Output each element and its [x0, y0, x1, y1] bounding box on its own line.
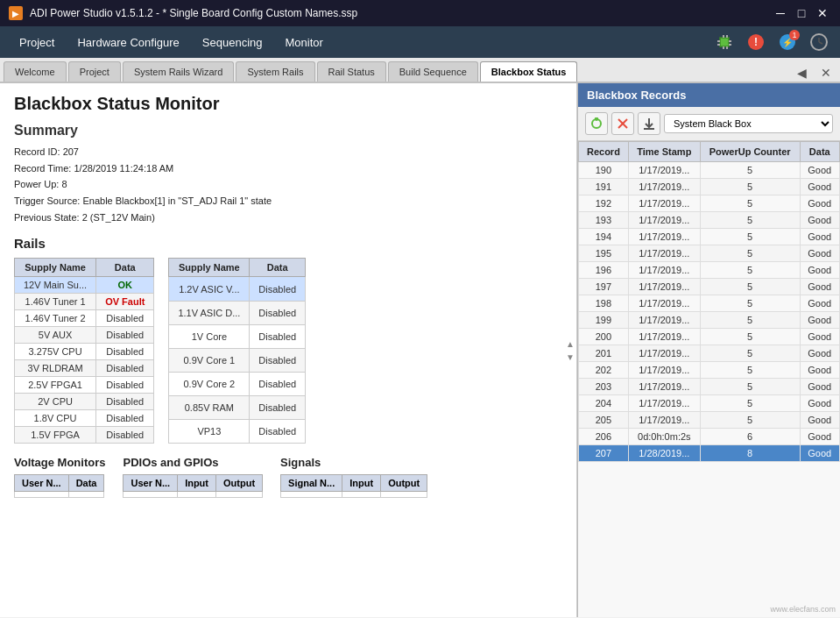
col-powerup: PowerUp Counter: [700, 142, 800, 162]
voltage-monitors-section: Voltage Monitors User N... Data: [14, 456, 105, 498]
list-item[interactable]: 1941/17/2019...5Good: [579, 229, 840, 245]
page-title: Blackbox Status Monitor: [14, 94, 562, 114]
summary-title: Summary: [14, 123, 562, 139]
tab-welcome[interactable]: Welcome: [4, 61, 67, 82]
rails-table-2: Supply Name Data 1.2V ASIC V...Disabled1…: [168, 258, 306, 444]
previous-state: Previous State: 2 (ST_12V Main): [14, 210, 562, 226]
list-item[interactable]: 2011/17/2019...5Good: [579, 345, 840, 362]
sig-col-input: Input: [342, 475, 381, 492]
sig-col-output: Output: [381, 475, 427, 492]
records-table-container[interactable]: Record Time Stamp PowerUp Counter Data 1…: [578, 141, 840, 617]
tabs-close-button[interactable]: ✕: [815, 64, 836, 82]
vm-col-user: User N...: [15, 475, 69, 492]
chip-icon[interactable]: [712, 30, 737, 54]
table-row: 5V AUXDisabled: [15, 327, 154, 344]
table-row: 0.9V Core 2Disabled: [169, 373, 306, 396]
window-title: ADI Power Studio v1.5.1.2 - * Single Boa…: [30, 7, 357, 19]
tab-rail-status[interactable]: Rail Status: [317, 61, 386, 82]
title-bar-left: ▶ ADI Power Studio v1.5.1.2 - * Single B…: [9, 6, 357, 20]
download-button[interactable]: [638, 112, 660, 135]
table-row: 2.5V FPGA1Disabled: [15, 377, 154, 394]
list-item[interactable]: 1931/17/2019...5Good: [579, 212, 840, 229]
menu-monitor[interactable]: Monitor: [274, 32, 333, 53]
blackbox-type-select[interactable]: System Black Box: [664, 114, 833, 133]
svg-rect-5: [726, 35, 728, 38]
list-item[interactable]: 2001/17/2019...5Good: [579, 329, 840, 345]
list-item[interactable]: 1961/17/2019...5Good: [579, 262, 840, 279]
pg-col-user: User N...: [124, 475, 178, 492]
window-controls: ─ □ ✕: [772, 4, 831, 22]
close-button[interactable]: ✕: [814, 4, 831, 22]
menu-hardware-configure[interactable]: Hardware Configure: [67, 32, 189, 53]
table-row: 1.1V ASIC D...Disabled: [169, 301, 306, 324]
voltage-monitors-table: User N... Data: [14, 474, 104, 498]
record-id: Record ID: 207: [14, 144, 562, 160]
col-supply-name-2: Supply Name: [169, 259, 250, 277]
svg-line-15: [819, 42, 822, 44]
rails-table-1: Supply Name Data 12V Main Su...OK1.46V T…: [14, 258, 154, 444]
list-item[interactable]: 2051/17/2019...5Good: [579, 412, 840, 429]
svg-rect-6: [726, 46, 728, 49]
tab-blackbox-status[interactable]: Blackbox Status: [480, 61, 578, 82]
tabs-nav-left[interactable]: ◀: [792, 64, 812, 82]
svg-text:!: !: [754, 36, 758, 48]
warning-icon[interactable]: !: [744, 30, 768, 54]
list-item[interactable]: 1951/17/2019...5Good: [579, 245, 840, 262]
table-row: 0.9V Core 1Disabled: [169, 348, 306, 372]
minimize-button[interactable]: ─: [772, 4, 789, 22]
tab-system-rails[interactable]: System Rails: [236, 61, 314, 82]
power-icon[interactable]: ⚡ 1: [775, 30, 800, 54]
refresh-button[interactable]: [585, 112, 608, 135]
list-item[interactable]: 2071/28/2019...8Good: [579, 445, 840, 462]
list-item[interactable]: 2031/17/2019...5Good: [579, 379, 840, 395]
vm-col-data: Data: [68, 475, 104, 492]
blackbox-records-toolbar: System Black Box: [578, 107, 840, 141]
list-item[interactable]: 1901/17/2019...5Good: [579, 162, 840, 179]
tab-system-rails-wizard[interactable]: System Rails Wizard: [123, 61, 234, 82]
scroll-up-arrow[interactable]: ▲: [566, 339, 575, 349]
list-item[interactable]: 1971/17/2019...5Good: [579, 279, 840, 295]
title-bar: ▶ ADI Power Studio v1.5.1.2 - * Single B…: [0, 0, 840, 26]
clear-button[interactable]: [611, 112, 634, 135]
svg-rect-7: [717, 44, 720, 46]
list-item[interactable]: 1911/17/2019...5Good: [579, 179, 840, 195]
pdios-gpios-table: User N... Input Output: [123, 474, 263, 498]
tab-project[interactable]: Project: [68, 61, 121, 82]
maximize-button[interactable]: □: [793, 4, 810, 22]
svg-rect-18: [595, 117, 598, 120]
scroll-down-arrow[interactable]: ▼: [566, 352, 575, 362]
svg-rect-4: [729, 40, 731, 42]
rails-title: Rails: [14, 236, 562, 251]
pg-col-input: Input: [178, 475, 216, 492]
menu-sequencing[interactable]: Sequencing: [192, 32, 273, 53]
table-row: [15, 492, 104, 498]
table-row: 1.2V ASIC V...Disabled: [169, 277, 306, 301]
table-row: 1V CoreDisabled: [169, 324, 306, 348]
clock-icon[interactable]: [807, 30, 831, 54]
summary-section: Summary Record ID: 207 Record Time: 1/28…: [14, 123, 562, 225]
tabs-controls: ◀ ✕: [792, 64, 836, 82]
tab-build-sequence[interactable]: Build Sequence: [388, 61, 478, 82]
power-up: Power Up: 8: [14, 176, 562, 193]
tabs-row: Welcome Project System Rails Wizard Syst…: [0, 58, 840, 83]
table-row: 0.85V RAMDisabled: [169, 396, 306, 420]
table-row: VP13Disabled: [169, 420, 306, 444]
blackbox-records-header: Blackbox Records: [578, 83, 840, 107]
menu-toolbar-icons: ! ⚡ 1: [712, 30, 831, 54]
voltage-monitors-title: Voltage Monitors: [14, 456, 105, 469]
list-item[interactable]: 2021/17/2019...5Good: [579, 362, 840, 379]
list-item[interactable]: 2060d:0h:0m:2s6Good: [579, 429, 840, 445]
app-icon: ▶: [9, 6, 23, 20]
list-item[interactable]: 1981/17/2019...5Good: [579, 295, 840, 312]
signals-title: Signals: [280, 456, 427, 469]
list-item[interactable]: 2041/17/2019...5Good: [579, 395, 840, 412]
list-item[interactable]: 1921/17/2019...5Good: [579, 195, 840, 212]
table-row: 3.275V CPUDisabled: [15, 344, 154, 360]
right-panel: Blackbox Records: [577, 83, 840, 617]
menu-project[interactable]: Project: [9, 32, 65, 53]
svg-rect-0: [720, 38, 729, 46]
table-row: [124, 492, 263, 498]
svg-rect-3: [717, 40, 720, 42]
list-item[interactable]: 1991/17/2019...5Good: [579, 312, 840, 329]
table-row: 12V Main Su...OK: [15, 277, 154, 294]
